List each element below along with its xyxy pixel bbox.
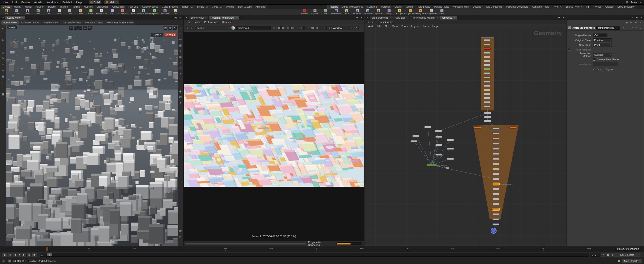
network-node[interactable] — [492, 132, 499, 134]
grid-snap-icon[interactable]: ▦ — [178, 229, 182, 233]
translate-icon[interactable]: + — [74, 26, 78, 30]
network-node[interactable] — [410, 140, 418, 142]
shelf-tool-curve[interactable]: ~Curve — [86, 9, 96, 15]
menubar-menu-assets[interactable]: Assets — [32, 0, 44, 4]
param-checkbox-delete-original[interactable]: ✓ — [593, 68, 595, 70]
shelf-tab-model[interactable]: Model — [23, 4, 34, 9]
shelf-tab-polygon[interactable]: Polygon — [34, 4, 46, 9]
rotate-icon[interactable]: ↻ — [78, 26, 82, 30]
renderview-settings-icon[interactable]: * — [355, 26, 358, 30]
shelf-tab-drive-simulation[interactable]: Drive Simulation — [616, 4, 637, 9]
override-checkbox[interactable] — [568, 49, 570, 51]
network-node[interactable] — [492, 153, 499, 155]
network-menu-go[interactable]: Go — [383, 24, 390, 28]
color-wheel-icon[interactable] — [232, 26, 235, 30]
network-node[interactable] — [474, 127, 481, 129]
camera-view-icon[interactable]: ▣ — [178, 43, 182, 47]
camera-path-field[interactable]: /obj/cam4 — [236, 26, 271, 30]
shelf-tool-about[interactable]: iAbout — [436, 9, 447, 15]
go-end-button[interactable]: ▶▶| — [32, 253, 38, 257]
shelf-tab-constraints[interactable]: Constraints — [110, 4, 126, 9]
breadcrumb-obj[interactable]: obj — [380, 21, 384, 23]
shelf-tool-options[interactable]: ≡Options — [310, 9, 320, 15]
home-view-icon[interactable]: ⌂ — [178, 32, 182, 36]
network-node[interactable] — [492, 158, 499, 160]
gauge-icon[interactable]: ◎ — [178, 235, 182, 239]
wireframe-icon[interactable]: ◇ — [178, 66, 182, 70]
current-frame-marker[interactable] — [46, 247, 48, 251]
memory-icon[interactable]: ▦ — [8, 259, 12, 263]
shelf-tool-rslight[interactable]: ☀RSLight — [394, 9, 405, 15]
network-canvas[interactable]: Geometry attribpromote3object_merge1 — [365, 28, 566, 246]
menubar-menu-windows[interactable]: Windows — [44, 0, 60, 4]
rotate-tool-icon[interactable]: ↻ — [1, 39, 5, 42]
shelf-tool-file[interactable]: ▢File — [170, 9, 181, 15]
network-node[interactable] — [492, 163, 499, 165]
network-node[interactable] — [510, 127, 516, 129]
network-node[interactable] — [424, 126, 431, 128]
network-node[interactable] — [447, 158, 454, 160]
snap-tool-icon[interactable]: ▦ — [1, 74, 5, 78]
close-icon[interactable]: × — [437, 16, 438, 19]
view-tab-geometry-spreadsheet[interactable]: Geometry Spreadsheet — [105, 20, 136, 24]
network-node[interactable] — [435, 130, 442, 132]
shelf-tool-platonic-solids[interactable]: ◆Platonic Solids — [138, 9, 149, 15]
new-tab-icon[interactable]: + — [136, 21, 140, 24]
playbar-handle[interactable]: 1 — [47, 253, 52, 256]
shelf-tab-guide-process[interactable]: Guide Process — [140, 4, 160, 9]
zoom-out-icon[interactable]: − — [304, 26, 308, 30]
renderview-menu-view[interactable]: View — [193, 20, 202, 24]
shelf-menu-icon[interactable]: ≡ — [639, 4, 643, 8]
shading-mode-icon[interactable]: ◐ — [178, 61, 182, 65]
shelf-tab-hair-utils[interactable]: Hair Utils — [126, 4, 140, 9]
cam-badge[interactable]: cam4 — [164, 33, 177, 36]
shelf-tool-grid[interactable]: ▦Grid — [43, 9, 54, 15]
maximize-viewport-icon[interactable]: ▣ — [164, 26, 168, 30]
background-toggle-icon[interactable]: ▨ — [286, 26, 290, 30]
network-node[interactable] — [484, 52, 490, 54]
network-node[interactable] — [484, 97, 490, 99]
network-node[interactable] — [492, 168, 499, 170]
shelf-tab-texture[interactable]: Texture — [58, 4, 70, 9]
shelf-tab-redshift[interactable]: Redshift — [327, 4, 340, 9]
network-node[interactable] — [436, 136, 442, 138]
scene-viewport[interactable] — [6, 25, 178, 246]
network-node[interactable] — [492, 218, 499, 220]
shelf-tab-rigid-bodies[interactable]: Rigid Bodies — [415, 4, 432, 9]
shelf-tab-rigging[interactable]: Rigging — [70, 4, 82, 9]
shelf-tool-snapshot[interactable]: ▣Snapshot — [352, 9, 362, 15]
handles-icon[interactable]: ◎ — [88, 26, 92, 30]
select-mode-icon[interactable]: ▸ — [69, 26, 73, 30]
pane-tab-scene-view[interactable]: Scene View × — [5, 16, 25, 19]
pane-chevron-icon[interactable]: ◂ — [366, 16, 370, 19]
network-node[interactable] — [492, 223, 499, 225]
translate-tool-icon[interactable]: + — [1, 33, 5, 36]
new-tab-icon[interactable]: + — [239, 16, 243, 19]
shelf-tab-viscous-fluids[interactable]: Viscous Fluids — [451, 4, 471, 9]
network-node[interactable] — [484, 72, 490, 74]
network-node[interactable] — [492, 203, 499, 205]
pane-chevron-icon[interactable]: ◂ — [184, 16, 188, 19]
info-tool-icon[interactable]: i — [1, 86, 5, 90]
view-menu-chip[interactable]: View — [7, 25, 16, 29]
ruler-track[interactable]: 120406080100120140160180200220240 — [0, 246, 644, 252]
next-frame-button[interactable]: ▶| — [26, 253, 31, 257]
layout-icon[interactable]: ▦ — [168, 26, 172, 30]
snapshot-prev-icon[interactable]: ◂ — [185, 26, 189, 30]
renderview-menu-preferences[interactable]: Preferences — [202, 20, 220, 24]
shelf-tab-create[interactable]: Create — [1, 4, 12, 9]
shelf-tool-sphere[interactable]: ●Sphere — [12, 9, 22, 15]
pane-tab-attribpromote1[interactable]: attribpromote1× — [370, 16, 392, 19]
network-node[interactable] — [484, 93, 490, 95]
timeline-ruler[interactable]: 120406080100120140160180200220240 0 keys… — [0, 246, 644, 252]
key-selected-button[interactable]: Key Selected — [614, 253, 641, 257]
pane-maximize-icon[interactable]: ▣ — [635, 16, 639, 19]
breadcrumb-geo1[interactable]: geo1 — [387, 21, 393, 23]
message-log-icon[interactable]: ≡ — [2, 259, 6, 263]
range-end-field[interactable]: 240 — [590, 253, 600, 257]
play-button[interactable]: ▶ — [22, 253, 26, 257]
aov-split-icon[interactable]: ◧ — [290, 26, 294, 30]
node-link-icon[interactable]: ∞ — [629, 21, 633, 24]
network-node[interactable] — [436, 153, 442, 156]
network-menu-edit[interactable]: Edit — [375, 24, 383, 28]
